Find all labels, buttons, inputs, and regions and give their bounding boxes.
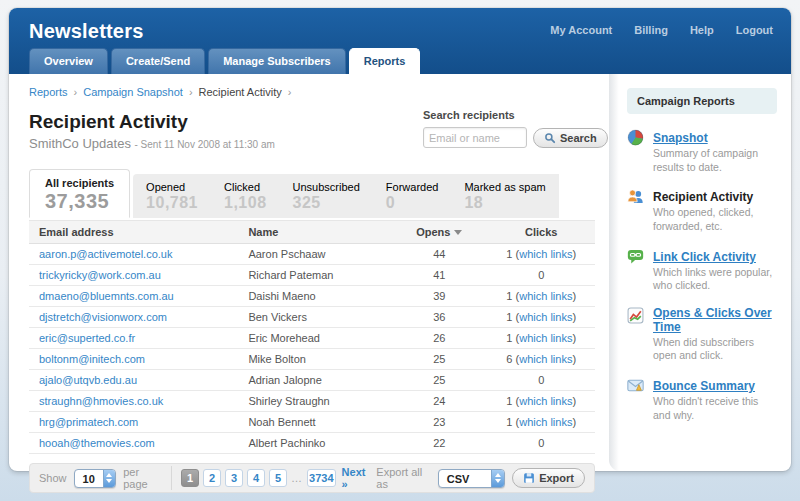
floppy-disk-icon (523, 472, 535, 484)
which-links-link[interactable]: which links (519, 248, 572, 260)
report-title[interactable]: Link Click Activity (653, 250, 756, 264)
which-links-wrap: (which links) (512, 290, 576, 302)
stat-link[interactable]: Marked as spam (464, 181, 545, 193)
sidebar-report-item[interactable]: Opens & Clicks Over Time When did subscr… (627, 306, 777, 363)
sidebar-title: Campaign Reports (627, 88, 777, 114)
stat-label-wrap: Unsubscribed (293, 181, 360, 193)
breadcrumb-link[interactable]: Campaign Snapshot (83, 86, 183, 98)
report-title[interactable]: Snapshot (653, 131, 708, 145)
clicks-cell: 0 (487, 265, 595, 286)
stat-link[interactable]: Opened (146, 181, 185, 193)
opens-count: 25 (391, 349, 487, 370)
which-links-wrap: (which links) (512, 395, 576, 407)
campaign-name: SmithCo Updates (29, 136, 131, 151)
stat-tab[interactable]: All recipients 37,335 (29, 169, 130, 218)
col-clicks[interactable]: Clicks (487, 221, 595, 244)
app-window: Newsletters My Account Billing Help Logo… (9, 8, 791, 471)
stat-value: 37,335 (45, 190, 109, 212)
recipient-email-link[interactable]: boltonm@initech.com (39, 353, 145, 365)
recipient-email-link[interactable]: ajalo@utqvb.edu.au (39, 374, 137, 386)
report-title[interactable]: Recipient Activity (653, 190, 753, 204)
opens-count: 26 (391, 328, 487, 349)
report-title[interactable]: Bounce Summary (653, 379, 755, 393)
sidebar-report-item[interactable]: Recipient Activity Who opened, clicked, … (627, 187, 777, 233)
stat-value: 325 (293, 194, 321, 211)
stat-tab[interactable]: Clicked 1,108 (211, 174, 280, 218)
table-row: eric@superted.co.fr Eric Morehead 26 1 (… (29, 328, 595, 349)
account-nav-link[interactable]: My Account (550, 24, 612, 36)
opens-count: 36 (391, 307, 487, 328)
stat-tab[interactable]: Forwarded 0 (373, 174, 452, 218)
recipient-name: Eric Morehead (238, 328, 391, 349)
search-button-label: Search (560, 132, 597, 144)
page-number-button[interactable]: 5 (269, 469, 287, 487)
table-row: straughn@hmovies.co.uk Shirley Straughn … (29, 391, 595, 412)
stat-link[interactable]: Clicked (224, 181, 260, 193)
which-links-link[interactable]: which links (519, 416, 572, 428)
stat-label-wrap: Marked as spam (464, 181, 545, 193)
col-opens[interactable]: Opens (391, 221, 487, 244)
last-page-button[interactable]: 3734 (307, 469, 336, 487)
which-links-wrap: (which links) (512, 248, 576, 260)
recipient-email-link[interactable]: aaron.p@activemotel.co.uk (39, 248, 172, 260)
recipient-name: Albert Pachinko (238, 433, 391, 454)
page-number-button[interactable]: 2 (203, 469, 221, 487)
recipient-email-link[interactable]: djstretch@visionworx.com (39, 311, 167, 323)
breadcrumb-link[interactable]: Reports (29, 86, 68, 98)
report-description: Which links were popular, who clicked. (653, 266, 777, 293)
which-links-link[interactable]: which links (519, 290, 572, 302)
stat-tab[interactable]: Unsubscribed 325 (280, 174, 373, 218)
page-number-button[interactable]: 3 (225, 469, 243, 487)
account-nav-link[interactable]: Logout (736, 24, 773, 36)
col-name[interactable]: Name (238, 221, 391, 244)
page-size-select[interactable]: 10 (74, 469, 117, 488)
recipient-name: Shirley Straughn (238, 391, 391, 412)
stat-link[interactable]: Unsubscribed (293, 181, 360, 193)
stat-tab[interactable]: Opened 10,781 (133, 174, 211, 218)
clicks-cell: 0 (487, 433, 595, 454)
report-description: Who didn't receive this and why. (653, 395, 777, 422)
pie-chart-icon (627, 129, 644, 146)
search-input[interactable] (423, 127, 527, 148)
opens-count: 25 (391, 370, 487, 391)
export-button[interactable]: Export (512, 468, 585, 488)
table-row: aaron.p@activemotel.co.uk Aaron Pschaaw … (29, 244, 595, 265)
export-format-select[interactable]: CSV file (438, 469, 505, 488)
sidebar-report-item[interactable]: Snapshot Summary of campaign results to … (627, 128, 777, 174)
page-number-button[interactable]: 4 (247, 469, 265, 487)
account-nav-link[interactable]: Help (690, 24, 714, 36)
report-title[interactable]: Opens & Clicks Over Time (653, 306, 777, 334)
envelope-warning-icon (627, 377, 644, 394)
search-button[interactable]: Search (533, 128, 608, 148)
main-tab[interactable]: Manage Subscribers (208, 48, 346, 74)
recipient-email-link[interactable]: trickyricky@work.com.au (39, 269, 161, 281)
stepper-icon (103, 470, 115, 487)
which-links-link[interactable]: which links (519, 311, 572, 323)
recipient-name: Richard Pateman (238, 265, 391, 286)
account-nav: My Account Billing Help Logout (550, 24, 773, 36)
clicks-cell: 1 (which links) (487, 307, 595, 328)
which-links-link[interactable]: which links (519, 332, 572, 344)
stat-tab[interactable]: Marked as spam 18 (451, 174, 558, 218)
which-links-link[interactable]: which links (519, 395, 572, 407)
sidebar-report-item[interactable]: Bounce Summary Who didn't receive this a… (627, 376, 777, 422)
opens-count: 44 (391, 244, 487, 265)
main-tab[interactable]: Create/Send (111, 48, 205, 74)
clicks-cell: 1 (which links) (487, 328, 595, 349)
recipient-email-link[interactable]: hrg@primatech.com (39, 416, 138, 428)
which-links-link[interactable]: which links (519, 353, 572, 365)
page-number-button[interactable]: 1 (181, 469, 199, 487)
recipient-email-link[interactable]: hooah@themovies.com (39, 437, 155, 449)
search-label: Search recipients (423, 109, 593, 121)
main-tab[interactable]: Overview (29, 48, 108, 74)
next-page-link[interactable]: Next » (342, 466, 370, 490)
main-tab[interactable]: Reports (349, 48, 421, 74)
stat-value: 1,108 (224, 194, 267, 211)
recipient-name: Aaron Pschaaw (238, 244, 391, 265)
account-nav-link[interactable]: Billing (634, 24, 668, 36)
recipient-email-link[interactable]: straughn@hmovies.co.uk (39, 395, 163, 407)
sidebar-report-item[interactable]: Link Click Activity Which links were pop… (627, 247, 777, 293)
recipient-email-link[interactable]: eric@superted.co.fr (39, 332, 135, 344)
col-email-address[interactable]: Email address (29, 221, 238, 244)
recipient-email-link[interactable]: dmaeno@bluemnts.com.au (39, 290, 174, 302)
